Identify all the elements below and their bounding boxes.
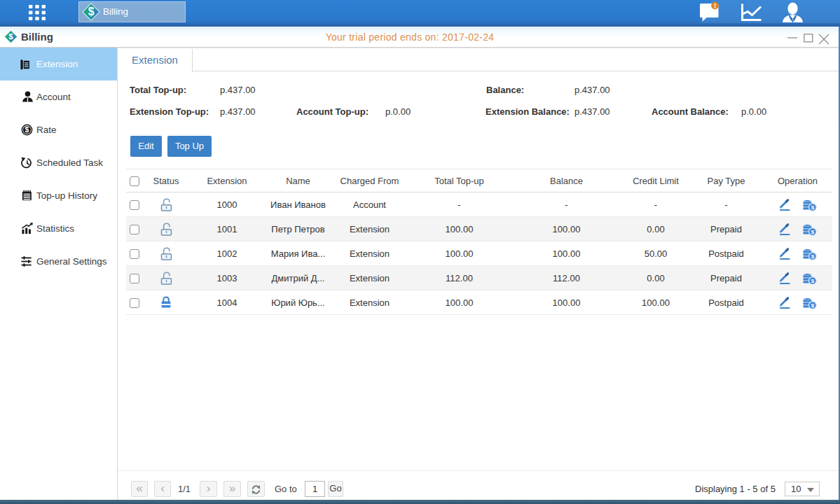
svg-text:$: $ xyxy=(811,229,815,235)
svg-text:$: $ xyxy=(811,278,815,284)
svg-text:$: $ xyxy=(25,126,29,134)
svg-text:$: $ xyxy=(88,6,95,18)
svg-text:$: $ xyxy=(811,253,815,260)
svg-text:$: $ xyxy=(811,204,815,211)
svg-text:$: $ xyxy=(811,302,815,309)
